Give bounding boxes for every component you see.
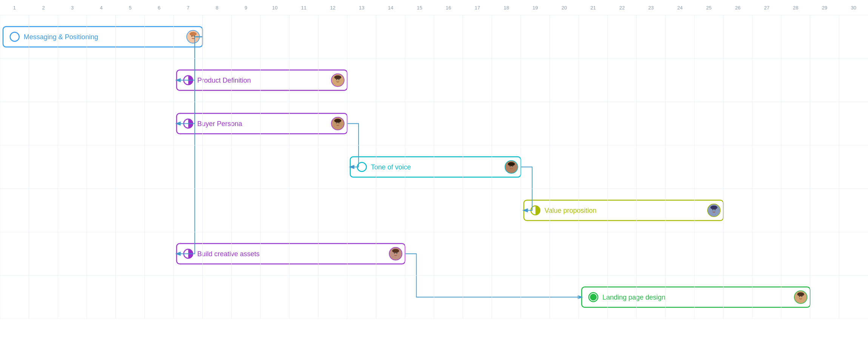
header-day-23: 23 [648, 5, 654, 11]
svg-point-38 [714, 209, 716, 210]
svg-point-11 [334, 75, 342, 84]
svg-point-3 [189, 32, 197, 40]
connection-buyer_persona-to-tone_of_voice [347, 124, 359, 167]
svg-point-37 [712, 209, 713, 210]
svg-point-6 [194, 35, 195, 37]
svg-point-50 [794, 291, 807, 304]
svg-point-13 [336, 79, 337, 80]
svg-point-9 [331, 74, 344, 87]
header-day-7: 7 [187, 5, 189, 11]
avatar-messaging [187, 31, 200, 43]
header-day-6: 6 [158, 5, 160, 11]
header-day-29: 29 [822, 5, 827, 11]
header-day-28: 28 [793, 5, 798, 11]
svg-point-12 [334, 75, 342, 79]
connection-build_creative-to-landing_page [405, 254, 582, 297]
svg-point-45 [394, 252, 395, 254]
gantt-chart: 1234567891011121314151617181920212223242… [0, 0, 868, 346]
svg-point-26 [505, 161, 518, 174]
connections-svg: Messaging & Positioning Product Definiti… [0, 0, 868, 319]
avatar-landing_page [794, 291, 807, 304]
svg-point-15 [331, 74, 344, 87]
header-day-8: 8 [215, 5, 218, 11]
svg-point-52 [797, 292, 804, 301]
task-label-tone_of_voice: Tone of voice [371, 163, 411, 171]
svg-point-17 [331, 117, 344, 130]
header-day-16: 16 [446, 5, 451, 11]
header-day-3: 3 [71, 5, 74, 11]
svg-point-39 [708, 204, 720, 217]
svg-point-0 [10, 32, 19, 42]
svg-point-2 [187, 31, 200, 43]
svg-point-7 [187, 31, 200, 43]
svg-point-10 [331, 74, 344, 87]
svg-point-18 [331, 117, 344, 130]
task-box-value_proposition [524, 200, 723, 221]
svg-point-41 [389, 248, 402, 260]
avatar-value_proposition [708, 204, 720, 217]
header-day-27: 27 [764, 5, 769, 11]
svg-point-35 [710, 206, 717, 214]
header-day-26: 26 [735, 5, 740, 11]
svg-point-30 [512, 166, 513, 167]
header-day-18: 18 [503, 5, 509, 11]
header-day-22: 22 [619, 5, 625, 11]
svg-point-40 [184, 249, 193, 258]
svg-point-14 [338, 79, 339, 80]
header-day-17: 17 [475, 5, 480, 11]
header-day-19: 19 [532, 5, 538, 11]
svg-point-49 [590, 294, 597, 301]
avatar-product_definition [331, 74, 344, 87]
header-day-4: 4 [100, 5, 103, 11]
avatar-build_creative [389, 248, 402, 260]
avatar-buyer_persona [331, 117, 344, 130]
svg-point-22 [338, 122, 339, 123]
svg-point-19 [334, 119, 342, 127]
svg-point-51 [794, 291, 807, 304]
task-label-build_creative: Build creative assets [197, 250, 260, 258]
svg-point-29 [509, 166, 511, 167]
svg-point-28 [508, 162, 515, 166]
task-label-landing_page: Landing page design [602, 294, 665, 301]
task-label-messaging: Messaging & Positioning [24, 33, 98, 41]
svg-point-20 [334, 119, 342, 123]
svg-point-5 [191, 35, 192, 37]
task-box-messaging [3, 27, 203, 47]
svg-point-8 [184, 76, 193, 85]
svg-point-31 [505, 161, 518, 174]
svg-point-53 [797, 292, 804, 296]
header-day-25: 25 [706, 5, 711, 11]
svg-point-25 [505, 161, 518, 174]
header-day-12: 12 [330, 5, 335, 11]
svg-point-48 [589, 293, 598, 302]
connection-tone_of_voice-to-value_proposition [521, 167, 532, 211]
task-box-buyer_persona [177, 114, 347, 134]
header-day-10: 10 [272, 5, 277, 11]
header-day-2: 2 [42, 5, 45, 11]
task-box-tone_of_voice [350, 157, 521, 177]
avatar-tone_of_voice [505, 161, 518, 174]
header-day-24: 24 [677, 5, 682, 11]
connection-messaging-to-build_creative [177, 37, 203, 254]
header-day-13: 13 [359, 5, 364, 11]
svg-point-44 [392, 249, 399, 253]
header-day-21: 21 [590, 5, 596, 11]
svg-point-54 [799, 296, 800, 297]
header-day-11: 11 [301, 5, 306, 11]
header-day-15: 15 [417, 5, 422, 11]
svg-point-43 [392, 249, 399, 257]
svg-point-1 [187, 31, 200, 43]
header-day-30: 30 [851, 5, 856, 11]
svg-point-24 [357, 163, 366, 172]
svg-point-16 [184, 119, 193, 128]
task-box-build_creative [177, 244, 405, 264]
header-day-9: 9 [245, 5, 247, 11]
svg-point-47 [389, 248, 402, 260]
header-day-14: 14 [388, 5, 393, 11]
svg-point-33 [708, 204, 720, 217]
task-label-product_definition: Product Definition [197, 77, 251, 84]
svg-point-55 [801, 296, 802, 297]
header-day-1: 1 [13, 5, 16, 11]
task-box-product_definition [177, 70, 347, 91]
task-box-landing_page [582, 287, 810, 308]
